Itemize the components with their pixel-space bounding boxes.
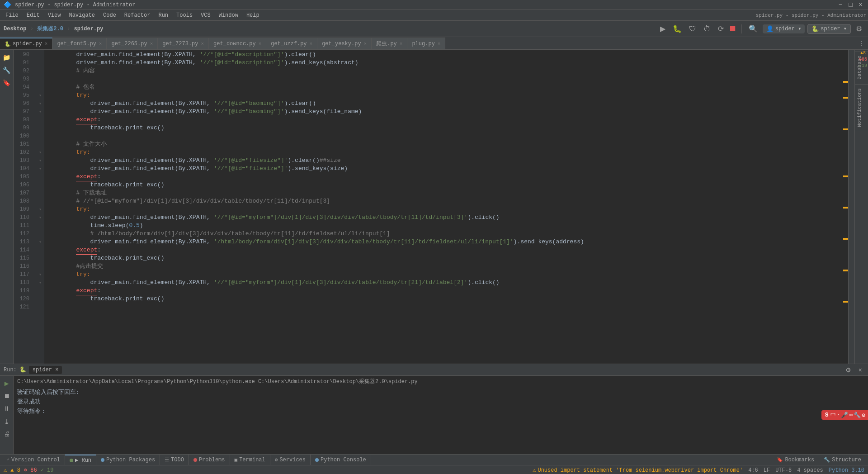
sogou-cn[interactable]: 中 — [830, 411, 836, 419]
tab-close-plug[interactable]: × — [438, 41, 441, 47]
interpreter-widget[interactable]: 🐍 spider ▾ — [807, 24, 851, 34]
debug-button[interactable]: 🐛 — [670, 23, 684, 34]
tab-close-get-2265[interactable]: × — [150, 41, 153, 47]
project-icon[interactable]: 📁 — [1, 52, 13, 63]
btab-run-label: ▶ Run — [75, 457, 91, 464]
code-line-121 — [44, 303, 841, 311]
tab-close-get-yesky[interactable]: × — [364, 41, 367, 47]
run-restart-icon[interactable]: ▶ — [1, 378, 13, 389]
btab-version-control[interactable]: ⑂ Version Control — [2, 455, 65, 465]
status-interpreter[interactable]: Python 3.10 — [829, 467, 864, 474]
tab-close-spider-py[interactable]: × — [45, 41, 48, 47]
btab-problems[interactable]: Problems — [189, 455, 230, 465]
line-numbers: 90 91 92 93 94 95 96 97 98 99 100 101 10… — [14, 50, 36, 364]
bookmarks-icon[interactable]: 🔖 — [1, 77, 13, 89]
gutter-110[interactable]: ▾ — [36, 213, 44, 222]
btab-bookmarks[interactable]: 🔖 Bookmarks — [772, 455, 819, 465]
menu-help[interactable]: Help — [243, 11, 263, 19]
minimize-button[interactable]: − — [837, 1, 844, 9]
tab-get-7273-py[interactable]: get_7273.py × — [158, 38, 209, 49]
menu-refactor[interactable]: Refactor — [121, 11, 154, 19]
profile-button[interactable]: ⏱ — [701, 24, 713, 34]
tab-spider-py[interactable]: 🐍 spider.py × — [0, 38, 52, 49]
btab-python-console[interactable]: Python Console — [311, 455, 371, 465]
gutter-104[interactable]: ▾ — [36, 165, 44, 173]
menu-view[interactable]: View — [44, 11, 65, 19]
menu-vcs[interactable]: VCS — [197, 11, 214, 19]
sogou-tools[interactable]: 🔧 — [854, 412, 861, 419]
run-scroll-icon[interactable]: ⤓ — [1, 416, 13, 427]
code-line-108: # //*[@id="myform"]/div[1]/div[3]/div/di… — [44, 197, 841, 205]
menu-run[interactable]: Run — [155, 11, 172, 19]
tab-crawler-py[interactable]: 爬虫.py × — [372, 38, 407, 49]
tab-close-get-font5[interactable]: × — [99, 41, 102, 47]
tab-close-get-7273[interactable]: × — [201, 41, 204, 47]
tab-close-get-uzzf[interactable]: × — [310, 41, 313, 47]
tab-close-crawler[interactable]: × — [400, 41, 403, 47]
line-num-115: 115 — [14, 254, 32, 262]
restore-button[interactable]: □ — [847, 1, 854, 9]
sogou-ime-bar[interactable]: S 中 · 🎤 ⌨ 🔧 ⚙ — [821, 410, 868, 420]
notifications-tab[interactable]: Notifications — [855, 84, 868, 131]
run-settings-button[interactable]: ⚙ — [843, 365, 854, 375]
sogou-settings2[interactable]: ⚙ — [862, 412, 865, 419]
run-print-icon[interactable]: 🖨 — [1, 428, 13, 440]
tab-plug-py[interactable]: plug.py × — [407, 38, 445, 49]
btab-run[interactable]: ▶ Run — [65, 455, 96, 465]
gutter-101 — [36, 140, 44, 148]
btab-todo[interactable]: ☰ TODO — [160, 455, 189, 465]
btab-structure[interactable]: 🔧 Structure — [819, 455, 866, 465]
menu-tools[interactable]: Tools — [173, 11, 196, 19]
tab-close-get-downcc[interactable]: × — [259, 41, 262, 47]
services-icon: ⚙ — [275, 457, 278, 463]
tab-get-uzzf-py[interactable]: get_uzzf.py × — [266, 38, 317, 49]
gutter-109[interactable]: ▾ — [36, 205, 44, 213]
sogou-mic[interactable]: 🎤 — [841, 412, 848, 419]
close-button[interactable]: × — [857, 1, 864, 9]
sogou-icon: S — [824, 412, 830, 418]
tab-get-downcc-py[interactable]: get_downcc.py × — [209, 38, 266, 49]
menu-edit[interactable]: Edit — [23, 11, 43, 19]
structure-icon[interactable]: 🔧 — [1, 64, 13, 76]
tab-get-font5-py[interactable]: get_font5.py × — [52, 38, 107, 49]
run-close-button[interactable]: × — [856, 365, 864, 375]
reload-button[interactable]: ⟳ — [716, 23, 726, 34]
stop-icon[interactable]: ⏹ — [729, 24, 737, 33]
status-bar: ⚠ ▲ 8 ⊗ 86 ✓ 19 ⚠ Unused import statemen… — [0, 465, 868, 474]
status-errors: ⊗ 86 — [24, 467, 37, 474]
run-tab-label[interactable]: spider × — [29, 366, 62, 374]
code-editor[interactable]: driver_main.find_element(By.XPATH, '//*[… — [44, 50, 841, 364]
gutter-102[interactable]: ▾ — [36, 148, 44, 156]
gutter-98 — [36, 116, 44, 124]
code-line-101: # 文件大小 — [44, 140, 841, 148]
run-stop-icon[interactable]: ⏹ — [1, 390, 13, 402]
coverage-button[interactable]: 🛡 — [687, 24, 698, 34]
tabs-more-button[interactable]: ⋮ — [854, 38, 868, 49]
gutter-97[interactable]: ▾ — [36, 108, 44, 116]
run-pause-icon[interactable]: ⏸ — [1, 403, 13, 415]
gutter-96[interactable]: ▾ — [36, 100, 44, 108]
btab-services[interactable]: ⚙ Services — [270, 455, 311, 465]
run-output-line-2: 登录成功 — [17, 398, 864, 407]
run-output[interactable]: C:\Users\Administrator\AppData\Local\Pro… — [14, 376, 868, 454]
user-widget[interactable]: 👤 spider ▾ — [763, 24, 805, 33]
menu-navigate[interactable]: Navigate — [65, 11, 99, 19]
menu-code[interactable]: Code — [99, 11, 120, 19]
btab-terminal[interactable]: ▣ Terminal — [230, 455, 270, 465]
tab-get-yesky-py[interactable]: get_yesky.py × — [317, 38, 372, 49]
gutter-113[interactable]: ▾ — [36, 238, 44, 246]
settings-button[interactable]: ⚙ — [854, 23, 864, 34]
gutter-95[interactable]: ▾ — [36, 91, 44, 100]
gutter-118[interactable]: ▾ — [36, 279, 44, 287]
btab-python-packages[interactable]: Python Packages — [96, 455, 160, 465]
sogou-keyboard[interactable]: ⌨ — [849, 412, 853, 419]
tab-get-2265-py[interactable]: get_2265.py × — [107, 38, 158, 49]
run-button[interactable]: ▶ — [658, 23, 668, 34]
menu-window[interactable]: Window — [215, 11, 242, 19]
gutter-103[interactable]: ▾ — [36, 156, 44, 165]
search-button[interactable]: 🔍 — [746, 23, 760, 34]
menu-file[interactable]: File — [2, 11, 22, 19]
gutter-117[interactable]: ▾ — [36, 270, 44, 279]
sogou-sep: · — [837, 412, 840, 418]
code-line-103: driver_main.find_element(By.XPATH, '//*[… — [44, 156, 841, 165]
